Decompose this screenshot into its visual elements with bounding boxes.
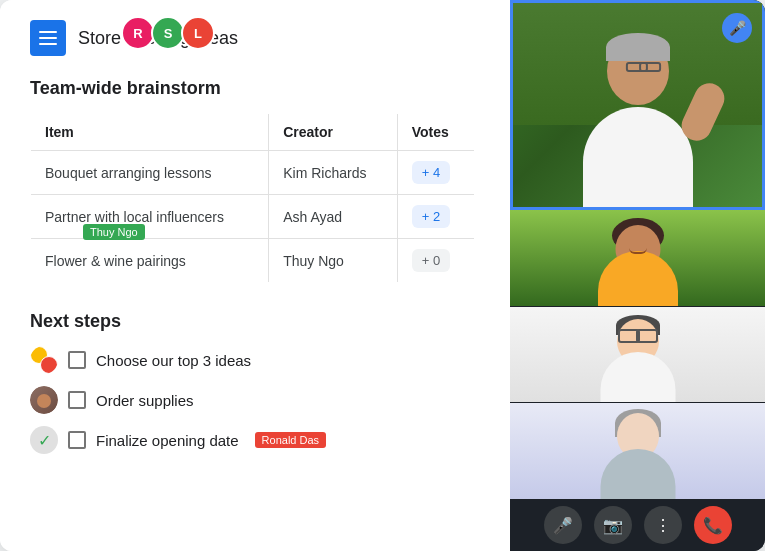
item-cell: Flower & wine pairings — [31, 239, 269, 283]
task-checkbox[interactable] — [68, 351, 86, 369]
brainstorm-section: Team-wide brainstorm Item Creator Votes … — [30, 78, 475, 283]
thumb-person-3 — [510, 403, 765, 499]
votes-cell: + 2 — [397, 195, 474, 239]
avatar-l[interactable]: L — [181, 16, 215, 50]
task-avatar-single — [30, 386, 58, 414]
end-call-button[interactable]: 📞 — [694, 506, 732, 544]
item-cell: Partner with local influencers Thuy Ngo — [31, 195, 269, 239]
thuy-ngo-tooltip: Thuy Ngo — [83, 224, 145, 240]
doc-header: Store opening ideas — [30, 20, 475, 56]
more-button[interactable]: ⋮ — [644, 506, 682, 544]
avatar-r[interactable]: R — [121, 16, 155, 50]
mic-indicator: 🎤 — [722, 13, 752, 43]
ideas-table: Item Creator Votes Bouquet arranging les… — [30, 113, 475, 283]
video-thumb-1[interactable] — [510, 210, 765, 306]
ronald-das-tooltip: Ronald Das — [255, 432, 326, 448]
votes-cell: + 4 — [397, 151, 474, 195]
next-steps-section: Next steps Choose our top 3 ideas — [30, 311, 475, 454]
creator-cell: Thuy Ngo — [269, 239, 398, 283]
task-item: Choose our top 3 ideas — [30, 346, 475, 374]
creator-cell: Ash Ayad — [269, 195, 398, 239]
mic-button[interactable]: 🎤 — [544, 506, 582, 544]
video-panel: 🎤 — [510, 0, 765, 551]
collaborator-avatars: R S L — [125, 16, 215, 50]
task-checkbox[interactable] — [68, 391, 86, 409]
task-label: Choose our top 3 ideas — [96, 352, 251, 369]
vote-badge[interactable]: + 0 — [412, 249, 450, 272]
col-votes: Votes — [397, 114, 474, 151]
col-item: Item — [31, 114, 269, 151]
col-creator: Creator — [269, 114, 398, 151]
thumb-person-1 — [510, 210, 765, 306]
task-label: Order supplies — [96, 392, 194, 409]
menu-icon[interactable] — [30, 20, 66, 56]
video-controls: 🎤 📷 ⋮ 📞 — [510, 499, 765, 551]
thumb-person-2 — [510, 307, 765, 403]
main-video-bg: 🎤 — [513, 3, 762, 207]
task-item: Order supplies — [30, 386, 475, 414]
video-thumb-3[interactable] — [510, 403, 765, 499]
camera-button[interactable]: 📷 — [594, 506, 632, 544]
app-container: Store opening ideas R S L Team-wide brai… — [0, 0, 765, 551]
table-row: Bouquet arranging lessons Kim Richards +… — [31, 151, 475, 195]
task-label: Finalize opening date — [96, 432, 239, 449]
item-cell: Bouquet arranging lessons — [31, 151, 269, 195]
task-avatar-check: ✓ — [30, 426, 58, 454]
next-steps-title: Next steps — [30, 311, 475, 332]
votes-cell: + 0 — [397, 239, 474, 283]
document-area: Store opening ideas R S L Team-wide brai… — [0, 0, 505, 551]
table-row: Flower & wine pairings Thuy Ngo + 0 — [31, 239, 475, 283]
brainstorm-title: Team-wide brainstorm — [30, 78, 475, 99]
main-video[interactable]: 🎤 — [510, 0, 765, 210]
task-checkbox[interactable] — [68, 431, 86, 449]
avatar-s[interactable]: S — [151, 16, 185, 50]
task-item: ✓ Finalize opening date Ronald Das — [30, 426, 475, 454]
task-avatar-multi — [30, 346, 58, 374]
vote-badge[interactable]: + 4 — [412, 161, 450, 184]
task-list: Choose our top 3 ideas Order supplies ✓ — [30, 346, 475, 454]
creator-cell: Kim Richards — [269, 151, 398, 195]
table-row: Partner with local influencers Thuy Ngo … — [31, 195, 475, 239]
video-thumbnails — [510, 210, 765, 499]
video-thumb-2[interactable] — [510, 307, 765, 403]
vote-badge[interactable]: + 2 — [412, 205, 450, 228]
